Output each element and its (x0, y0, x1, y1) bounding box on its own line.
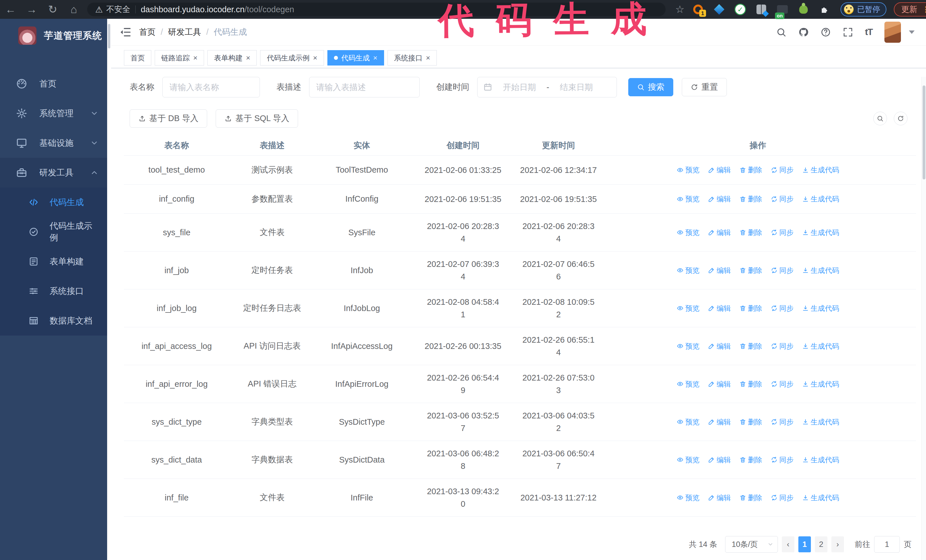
action-generate-code[interactable]: 生成代码 (802, 194, 839, 204)
search-button[interactable]: 搜索 (628, 78, 673, 96)
extension-icon[interactable]: ✓ (734, 3, 746, 16)
tab-close-icon[interactable]: × (313, 54, 317, 62)
action-edit[interactable]: 编辑 (708, 266, 731, 275)
tab-表单构建[interactable]: 表单构建 × (207, 50, 257, 65)
extensions-puzzle-icon[interactable] (818, 3, 831, 16)
extension-icon[interactable] (797, 3, 810, 16)
extension-icon[interactable] (755, 3, 767, 16)
extension-icon[interactable] (713, 3, 725, 16)
action-sync[interactable]: 同步 (771, 194, 793, 204)
extension-icon[interactable]: on (776, 3, 789, 16)
action-sync[interactable]: 同步 (771, 493, 793, 503)
avatar[interactable] (884, 22, 901, 43)
action-generate-code[interactable]: 生成代码 (802, 228, 839, 237)
action-edit[interactable]: 编辑 (708, 455, 731, 465)
action-sync[interactable]: 同步 (771, 303, 793, 313)
bookmark-star-icon[interactable]: ☆ (675, 3, 684, 15)
action-generate-code[interactable]: 生成代码 (802, 379, 839, 389)
action-preview[interactable]: 预览 (677, 417, 699, 427)
action-edit[interactable]: 编辑 (708, 303, 731, 313)
avatar-caret-icon[interactable] (909, 30, 915, 34)
extension-icon[interactable]: 1 (692, 3, 704, 16)
sidebar-scrollbar[interactable] (107, 19, 111, 560)
action-delete[interactable]: 删除 (739, 493, 762, 503)
action-delete[interactable]: 删除 (739, 266, 762, 275)
tab-系统接口[interactable]: 系统接口 × (387, 50, 437, 65)
action-delete[interactable]: 删除 (739, 455, 762, 465)
action-delete[interactable]: 删除 (739, 165, 762, 175)
home-icon[interactable]: ⌂ (63, 3, 84, 16)
refresh-table-button[interactable] (894, 112, 908, 125)
action-edit[interactable]: 编辑 (708, 341, 731, 351)
action-delete[interactable]: 删除 (739, 228, 762, 237)
action-preview[interactable]: 预览 (677, 266, 699, 275)
sidebar-item-infra[interactable]: 基础设施 (0, 128, 111, 158)
tab-close-icon[interactable]: × (373, 54, 378, 62)
action-edit[interactable]: 编辑 (708, 194, 731, 204)
update-button[interactable]: 更新 ⋮ (894, 2, 926, 17)
action-preview[interactable]: 预览 (677, 341, 699, 351)
action-generate-code[interactable]: 生成代码 (802, 417, 839, 427)
action-edit[interactable]: 编辑 (708, 379, 731, 389)
sidebar-item-codegen[interactable]: 代码生成 (0, 187, 111, 217)
next-page-button[interactable]: › (831, 536, 844, 552)
page-button-2[interactable]: 2 (815, 536, 828, 552)
action-generate-code[interactable]: 生成代码 (802, 493, 839, 503)
action-preview[interactable]: 预览 (677, 303, 699, 313)
sidebar-item-devtools[interactable]: 研发工具 (0, 158, 111, 187)
forward-icon[interactable]: → (21, 3, 42, 16)
action-generate-code[interactable]: 生成代码 (802, 266, 839, 275)
action-edit[interactable]: 编辑 (708, 228, 731, 237)
overflow-menu-icon[interactable]: ⋮ (922, 5, 926, 15)
toggle-search-button[interactable] (873, 112, 887, 125)
table-desc-input[interactable] (309, 77, 420, 97)
action-generate-code[interactable]: 生成代码 (802, 303, 839, 313)
action-sync[interactable]: 同步 (771, 455, 793, 465)
action-generate-code[interactable]: 生成代码 (802, 341, 839, 351)
table-name-input[interactable] (162, 77, 260, 97)
tab-close-icon[interactable]: × (193, 54, 197, 62)
help-icon[interactable] (820, 27, 831, 37)
action-edit[interactable]: 编辑 (708, 417, 731, 427)
action-sync[interactable]: 同步 (771, 228, 793, 237)
sidebar-item-system[interactable]: 系统管理 (0, 98, 111, 128)
action-generate-code[interactable]: 生成代码 (802, 455, 839, 465)
tab-close-icon[interactable]: × (426, 54, 430, 62)
goto-page-input[interactable] (874, 536, 900, 552)
action-edit[interactable]: 编辑 (708, 165, 731, 175)
import-db-button[interactable]: 基于 DB 导入 (130, 109, 207, 128)
search-icon[interactable] (776, 27, 787, 37)
action-preview[interactable]: 预览 (677, 228, 699, 237)
date-range-picker[interactable]: - (477, 77, 617, 97)
action-delete[interactable]: 删除 (739, 303, 762, 313)
paused-pill[interactable]: 已暂停 (841, 2, 887, 17)
scrollbar-thumb[interactable] (108, 24, 110, 48)
sidebar-item-form-builder[interactable]: 表单构建 (0, 247, 111, 276)
breadcrumb-devtools[interactable]: 研发工具 (168, 27, 201, 38)
address-bar[interactable]: ⚠ 不安全 dashboard.yudao.iocoder.cn /tool/c… (87, 3, 666, 16)
sidebar-item-system-api[interactable]: 系统接口 (0, 276, 111, 306)
action-sync[interactable]: 同步 (771, 417, 793, 427)
action-preview[interactable]: 预览 (677, 455, 699, 465)
action-preview[interactable]: 预览 (677, 194, 699, 204)
action-sync[interactable]: 同步 (771, 379, 793, 389)
action-preview[interactable]: 预览 (677, 379, 699, 389)
action-edit[interactable]: 编辑 (708, 493, 731, 503)
reset-button[interactable]: 重置 (682, 78, 727, 96)
sidebar-item-home[interactable]: 首页 (0, 69, 111, 98)
action-generate-code[interactable]: 生成代码 (802, 165, 839, 175)
action-preview[interactable]: 预览 (677, 165, 699, 175)
breadcrumb-home[interactable]: 首页 (139, 27, 156, 38)
github-icon[interactable] (798, 27, 809, 37)
prev-page-button[interactable]: ‹ (782, 536, 794, 552)
sidebar-fold-icon[interactable] (119, 26, 132, 38)
action-sync[interactable]: 同步 (771, 165, 793, 175)
tab-代码生成[interactable]: 代码生成 × (327, 50, 384, 65)
action-sync[interactable]: 同步 (771, 341, 793, 351)
action-sync[interactable]: 同步 (771, 266, 793, 275)
tab-close-icon[interactable]: × (246, 54, 250, 62)
page-size-select[interactable]: 10条/页 (725, 536, 778, 552)
import-sql-button[interactable]: 基于 SQL 导入 (216, 109, 298, 128)
reload-icon[interactable]: ↻ (42, 3, 63, 16)
font-size-icon[interactable]: tT (865, 27, 872, 37)
